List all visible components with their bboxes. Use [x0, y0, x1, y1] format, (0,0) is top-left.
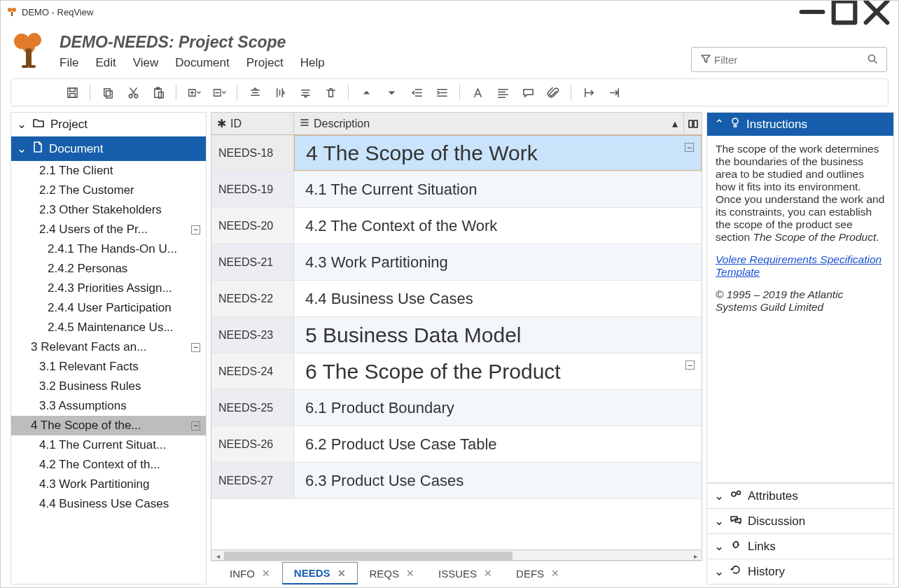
sidebar-item[interactable]: 3.3 Assumptions [11, 396, 206, 416]
close-icon[interactable]: ✕ [551, 568, 559, 579]
sidebar-item[interactable]: 4.2 The Context of th... [11, 455, 206, 475]
doc-tab[interactable]: REQS✕ [358, 562, 427, 584]
cell-description[interactable]: 6.3 Product Use Cases [294, 463, 702, 498]
sort-up-icon[interactable]: ▴ [672, 117, 678, 130]
columns-config-icon[interactable] [683, 113, 702, 134]
sidebar-item[interactable]: 2.4.4 User Participation [11, 298, 206, 318]
sidebar-item[interactable]: 4.4 Business Use Cases [11, 494, 206, 514]
menu-edit[interactable]: Edit [95, 56, 116, 70]
table-row[interactable]: NEEDS-184 The Scope of the Work− [211, 135, 702, 172]
attachment-icon[interactable] [541, 82, 565, 103]
close-icon[interactable]: ✕ [406, 568, 414, 579]
table-row[interactable]: NEEDS-246 The Scope of the Product− [211, 354, 702, 390]
table-row[interactable]: NEEDS-235 Business Data Model [211, 317, 702, 354]
doc-tab[interactable]: DEFS✕ [504, 562, 571, 584]
section-links[interactable]: ⌄ Links [707, 533, 893, 559]
collapse-icon[interactable]: − [685, 360, 695, 370]
sidebar-item[interactable]: 4.1 The Current Situat... [11, 435, 206, 455]
column-header-id[interactable]: ✱ ID [211, 113, 294, 134]
table-row[interactable]: NEEDS-194.1 The Current Situation [211, 172, 702, 208]
doc-tab[interactable]: NEEDS✕ [282, 562, 358, 584]
scroll-right-icon[interactable]: ▸ [690, 551, 701, 561]
scroll-left-icon[interactable]: ◂ [212, 551, 223, 561]
copy-icon[interactable] [96, 82, 120, 103]
doc-tab[interactable]: INFO✕ [218, 562, 282, 584]
menu-help[interactable]: Help [300, 56, 325, 70]
close-icon[interactable]: ✕ [262, 568, 270, 579]
maximize-button[interactable] [828, 1, 860, 22]
link-out-icon[interactable] [577, 82, 601, 103]
align-icon[interactable] [491, 82, 515, 103]
insert-above-icon[interactable] [243, 82, 267, 103]
close-icon[interactable]: ✕ [337, 568, 346, 579]
font-icon[interactable] [466, 82, 489, 103]
table-row[interactable]: NEEDS-224.4 Business Use Cases [211, 281, 702, 317]
table-row[interactable]: NEEDS-276.3 Product Use Cases [211, 463, 702, 499]
move-down-icon[interactable] [379, 82, 403, 103]
cell-description[interactable]: 6.2 Product Use Case Table [294, 426, 702, 462]
menu-document[interactable]: Document [175, 56, 229, 70]
filter-box[interactable] [691, 47, 887, 72]
cut-icon[interactable] [121, 82, 145, 103]
sidebar-item[interactable]: 2.3 Other Stakeholders [11, 200, 206, 220]
table-body[interactable]: NEEDS-184 The Scope of the Work−NEEDS-19… [211, 135, 702, 550]
indent-icon[interactable] [430, 82, 454, 103]
instructions-header[interactable]: ⌃ Instructions [707, 113, 893, 136]
move-up-icon[interactable] [354, 82, 378, 103]
table-row[interactable]: NEEDS-204.2 The Context of the Work [211, 208, 702, 244]
delete-icon[interactable] [319, 82, 342, 103]
menu-view[interactable]: View [133, 56, 159, 70]
sidebar-item[interactable]: 4.3 Work Partitioning [11, 475, 206, 494]
cell-description[interactable]: 6.1 Product Boundary [294, 390, 702, 426]
outdent-icon[interactable] [405, 82, 428, 103]
volere-link[interactable]: Volere Requirements Specification Templa… [716, 253, 881, 278]
menu-project[interactable]: Project [246, 56, 284, 70]
sidebar-header-document[interactable]: ⌄ Document [11, 136, 206, 161]
table-row[interactable]: NEEDS-256.1 Product Boundary [211, 390, 702, 426]
insert-right-icon[interactable] [268, 82, 292, 103]
sidebar-item[interactable]: 3.2 Business Rules [11, 377, 206, 396]
menu-file[interactable]: File [60, 56, 78, 70]
sidebar-item[interactable]: 3 Relevant Facts an...− [11, 337, 206, 357]
column-header-description[interactable]: Description ▴ [294, 113, 683, 134]
sidebar-item[interactable]: 2.4.5 Maintenance Us... [11, 318, 206, 337]
sidebar-item[interactable]: 2.4 Users of the Pr...− [11, 220, 206, 239]
insert-below-icon[interactable] [293, 82, 317, 103]
sidebar-item[interactable]: 3.1 Relevant Facts [11, 357, 206, 377]
collapse-icon[interactable]: − [191, 421, 200, 430]
doc-tab[interactable]: ISSUES✕ [426, 562, 504, 584]
cell-description[interactable]: 5 Business Data Model [294, 317, 702, 353]
section-discussion[interactable]: ⌄ Discussion [707, 508, 893, 533]
collapse-icon[interactable]: − [685, 143, 694, 152]
link-in-icon[interactable] [602, 82, 626, 103]
search-icon[interactable] [867, 53, 878, 66]
close-button[interactable] [860, 1, 893, 22]
cell-description[interactable]: 4.2 The Context of the Work [294, 208, 702, 244]
cell-description[interactable]: 4.1 The Current Situation [294, 172, 702, 207]
cell-description[interactable]: 4.4 Business Use Cases [294, 281, 702, 316]
close-icon[interactable]: ✕ [484, 568, 492, 579]
cell-description[interactable]: 4.3 Work Partitioning [294, 244, 702, 280]
sidebar-header-project[interactable]: ⌄ Project [11, 113, 206, 136]
sidebar-item[interactable]: 2.4.2 Personas [11, 259, 206, 279]
scroll-thumb[interactable] [224, 552, 513, 560]
sidebar-item[interactable]: 2.1 The Client [11, 161, 206, 181]
comment-icon[interactable] [516, 82, 540, 103]
minimize-button[interactable] [796, 1, 828, 22]
paste-icon[interactable] [146, 82, 170, 103]
collapse-icon[interactable]: − [191, 343, 200, 352]
filter-input[interactable] [714, 54, 864, 66]
add-dropdown-icon[interactable] [182, 82, 206, 103]
sidebar-item[interactable]: 4 The Scope of the...− [11, 416, 206, 435]
section-attributes[interactable]: ⌄ Attributes [707, 483, 893, 508]
sidebar-item[interactable]: 2.4.1 The Hands-On U... [11, 239, 206, 259]
cell-description[interactable]: 6 The Scope of the Product− [294, 354, 702, 389]
sidebar-item[interactable]: 2.2 The Customer [11, 181, 206, 200]
section-history[interactable]: ⌄ History [707, 559, 893, 584]
sidebar-item[interactable]: 2.4.3 Priorities Assign... [11, 279, 206, 298]
save-icon[interactable] [60, 82, 84, 103]
table-row[interactable]: NEEDS-214.3 Work Partitioning [211, 244, 702, 281]
horizontal-scrollbar[interactable]: ◂ ▸ [211, 550, 702, 561]
sidebar-tree[interactable]: 2.1 The Client2.2 The Customer2.3 Other … [11, 161, 206, 584]
remove-dropdown-icon[interactable] [207, 82, 231, 103]
